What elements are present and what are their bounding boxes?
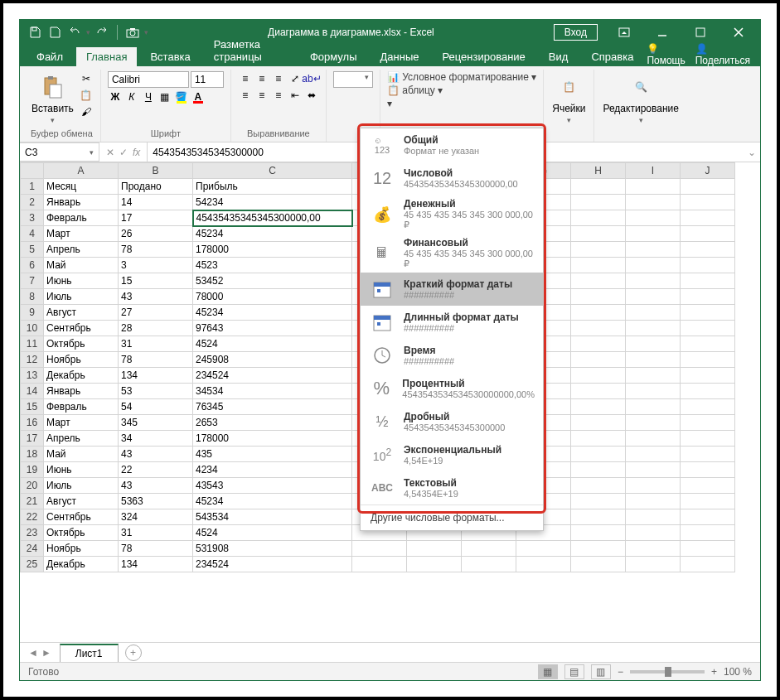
col-header[interactable]: B: [119, 163, 193, 179]
cancel-icon[interactable]: ✕: [106, 147, 114, 158]
font-color-icon[interactable]: А: [191, 89, 206, 104]
underline-icon[interactable]: Ч: [141, 89, 156, 104]
row-header[interactable]: 11: [21, 336, 44, 352]
tab-review[interactable]: Рецензирование: [432, 47, 535, 66]
row-header[interactable]: 4: [21, 226, 44, 242]
format-accounting[interactable]: 🖩Финансовый45 435 435 345 345 300 000,00…: [361, 234, 543, 273]
conditional-formatting-button[interactable]: 📊 Условное форматирование ▾: [387, 71, 536, 83]
tab-insert[interactable]: Вставка: [140, 47, 200, 66]
align-center-icon[interactable]: ≡: [254, 88, 269, 103]
row-header[interactable]: 23: [21, 525, 44, 541]
col-header[interactable]: I: [626, 163, 681, 179]
border-icon[interactable]: ▦: [157, 89, 172, 104]
row-header[interactable]: 17: [21, 431, 44, 447]
col-header[interactable]: C: [193, 163, 352, 179]
align-middle-icon[interactable]: ≡: [254, 71, 269, 86]
cut-icon[interactable]: ✂: [79, 71, 94, 86]
row-header[interactable]: 6: [21, 258, 44, 273]
cells-button[interactable]: 📋 Ячейки▾: [550, 71, 587, 126]
format-percent[interactable]: %Процентный4543543534534530000000,00%: [361, 372, 543, 405]
tab-data[interactable]: Данные: [370, 47, 429, 66]
enter-icon[interactable]: ✓: [119, 147, 128, 158]
col-header[interactable]: A: [44, 163, 119, 179]
fx-icon[interactable]: fx: [133, 147, 140, 158]
bold-icon[interactable]: Ж: [108, 89, 123, 104]
merge-icon[interactable]: ⬌: [304, 88, 319, 103]
number-format-combo[interactable]: ▾: [333, 71, 373, 88]
login-button[interactable]: Вход: [554, 24, 598, 41]
orientation-icon[interactable]: ⤢: [288, 71, 303, 86]
align-bottom-icon[interactable]: ≡: [271, 71, 286, 86]
row-header[interactable]: 25: [21, 557, 44, 572]
row-header[interactable]: 19: [21, 462, 44, 478]
format-as-table-button[interactable]: 📋 аблицу ▾: [387, 84, 536, 96]
editing-button[interactable]: 🔍 Редактирование▾: [601, 71, 680, 126]
font-name-combo[interactable]: [108, 71, 189, 88]
row-header[interactable]: 9: [21, 305, 44, 321]
tab-view[interactable]: Вид: [539, 47, 579, 66]
sheet-prev-icon[interactable]: ◄: [28, 647, 38, 659]
select-all-corner[interactable]: [21, 163, 44, 179]
row-header[interactable]: 10: [21, 321, 44, 336]
row-header[interactable]: 1: [21, 179, 44, 195]
format-currency[interactable]: 💰Денежный45 435 435 345 345 300 000,00 ₽: [361, 195, 543, 234]
sheet-tab[interactable]: Лист1: [60, 644, 119, 662]
row-header[interactable]: 22: [21, 509, 44, 525]
format-longdate[interactable]: Длинный формат даты##########: [361, 306, 543, 339]
row-header[interactable]: 12: [21, 352, 44, 368]
more-formats[interactable]: Другие числовые форматы...: [361, 504, 543, 530]
paste-button[interactable]: Вставить ▾: [30, 71, 75, 126]
italic-icon[interactable]: К: [124, 89, 139, 104]
autosave-icon[interactable]: [27, 24, 43, 41]
save-icon[interactable]: [46, 24, 63, 41]
row-header[interactable]: 8: [21, 289, 44, 305]
format-shortdate[interactable]: Краткий формат даты##########: [361, 273, 543, 306]
undo-icon[interactable]: [66, 24, 83, 41]
font-size-combo[interactable]: [191, 71, 224, 88]
row-header[interactable]: 14: [21, 384, 44, 399]
formula-expand-icon[interactable]: ⌄: [744, 147, 760, 158]
zoom-value[interactable]: 100 %: [724, 666, 752, 678]
row-header[interactable]: 16: [21, 415, 44, 431]
zoom-in-icon[interactable]: +: [711, 666, 717, 678]
view-pagebreak-icon[interactable]: ▥: [591, 664, 611, 679]
cell-styles-button[interactable]: ▾: [387, 98, 536, 109]
row-header[interactable]: 21: [21, 494, 44, 509]
row-header[interactable]: 3: [21, 210, 44, 226]
redo-icon[interactable]: [94, 24, 110, 41]
row-header[interactable]: 15: [21, 399, 44, 415]
ribbon-options-icon[interactable]: [606, 20, 642, 45]
zoom-slider[interactable]: [630, 670, 705, 673]
maximize-icon[interactable]: [682, 20, 719, 45]
close-icon[interactable]: [720, 20, 757, 45]
row-header[interactable]: 2: [21, 195, 44, 210]
decrease-indent-icon[interactable]: ⇤: [288, 88, 303, 103]
col-header[interactable]: H: [571, 163, 626, 179]
tab-formulas[interactable]: Формулы: [300, 47, 367, 66]
format-general[interactable]: ⏲123ОбщийФормат не указан: [361, 128, 543, 162]
row-header[interactable]: 13: [21, 368, 44, 384]
tab-help[interactable]: Справка: [581, 47, 643, 66]
add-sheet-icon[interactable]: +: [125, 644, 142, 661]
tab-home[interactable]: Главная: [76, 47, 137, 66]
zoom-out-icon[interactable]: −: [618, 666, 623, 678]
row-header[interactable]: 7: [21, 273, 44, 289]
row-header[interactable]: 24: [21, 541, 44, 557]
format-number[interactable]: 12Числовой45435435345345300000,00: [361, 162, 543, 195]
col-header[interactable]: J: [681, 163, 735, 179]
format-painter-icon[interactable]: 🖌: [79, 104, 94, 119]
row-header[interactable]: 18: [21, 447, 44, 462]
wrap-text-icon[interactable]: ab↵: [304, 71, 319, 86]
fill-color-icon[interactable]: 🪣: [174, 89, 189, 104]
format-fraction[interactable]: ½Дробный45435435345345300000: [361, 405, 543, 438]
tab-file[interactable]: Файл: [27, 47, 73, 66]
view-normal-icon[interactable]: ▦: [538, 664, 558, 679]
copy-icon[interactable]: 📋: [79, 88, 94, 103]
format-text[interactable]: ABCТекстовый4,54354E+19: [361, 471, 543, 504]
name-box[interactable]: C3▾: [20, 142, 99, 162]
align-right-icon[interactable]: ≡: [271, 88, 286, 103]
undo-dropdown-icon[interactable]: ▾: [86, 28, 90, 36]
minimize-icon[interactable]: [644, 20, 681, 45]
camera-icon[interactable]: [124, 24, 141, 41]
format-scientific[interactable]: 102Экспоненциальный4,54E+19: [361, 438, 543, 471]
